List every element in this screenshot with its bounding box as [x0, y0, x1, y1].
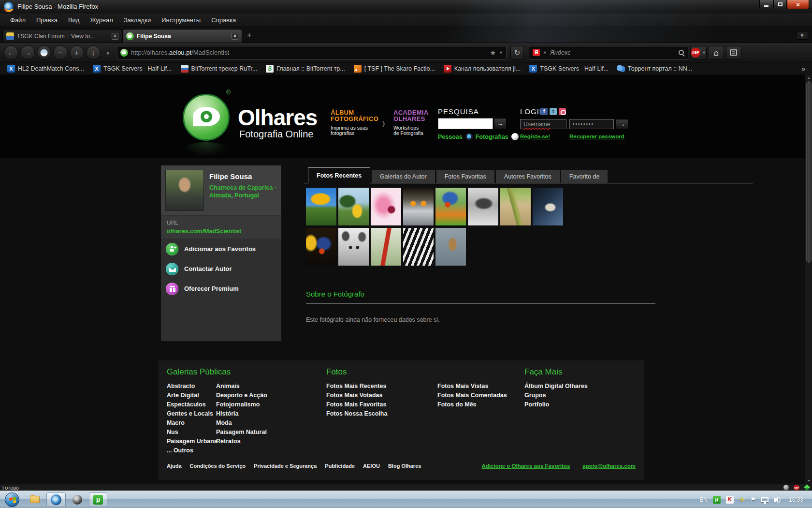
register-link[interactable]: Registe-se! [520, 134, 550, 139]
footer-link[interactable]: Retratos [216, 437, 267, 446]
photo-thumbnail[interactable] [338, 188, 369, 225]
radio-pessoas[interactable] [465, 133, 473, 140]
footer-legal-link[interactable]: AEIOU [363, 463, 380, 469]
browser-tab-filipe-sousa[interactable]: Filipe Sousa × [122, 29, 242, 43]
footer-link[interactable]: Paisagem Urbana [167, 437, 218, 446]
photo-thumbnail[interactable] [435, 228, 466, 266]
site-search-input[interactable] [438, 118, 493, 129]
password-field[interactable]: •••••••• [569, 119, 614, 129]
username-field[interactable]: Username [520, 119, 566, 129]
address-bar[interactable]: http://olhares.aeiou.pt/MadScientist ★ ▼ [117, 46, 507, 60]
footer-link[interactable]: Fotos Mais Vistas [437, 382, 507, 391]
bookmark-item[interactable]: SГлавная :: BitTorrent тр... [261, 65, 349, 73]
photo-thumbnail[interactable] [435, 188, 466, 225]
footer-legal-link[interactable]: Ajuda [167, 463, 182, 469]
footer-link[interactable]: Portfolio [524, 400, 588, 409]
yandex-engine-icon[interactable]: Я [533, 49, 540, 56]
search-icon[interactable] [679, 50, 684, 56]
bookmark-item[interactable]: [ TSF ] The Skaro Factio... [349, 65, 439, 73]
photo-thumbnail[interactable] [306, 228, 336, 266]
tab-groups-button[interactable] [726, 46, 741, 60]
window-titlebar[interactable]: Filipe Sousa - Mozilla Firefox [0, 0, 812, 14]
footer-link[interactable]: Fotos Mais Votadas [326, 391, 387, 400]
adblock-plus-button[interactable]: ABP ▼ [690, 46, 707, 60]
search-submit-button[interactable]: → [494, 118, 507, 129]
addon-status-icon[interactable] [783, 485, 789, 490]
photo-thumbnail[interactable] [371, 228, 401, 266]
zoom-in-button[interactable]: + [70, 45, 84, 60]
bookmark-item[interactable]: Канал пользователя ji... [439, 65, 525, 73]
search-bar[interactable]: Я ▼ Яндекс [529, 46, 688, 60]
home-button[interactable]: ⌂ [709, 46, 724, 60]
footer-link[interactable]: Arte Digital [167, 391, 218, 400]
footer-legal-link[interactable]: Privacidade e Segurança [254, 463, 317, 469]
menu-edit[interactable]: Правка [31, 15, 63, 25]
search-placeholder[interactable]: Яндекс [550, 49, 676, 56]
footer-link[interactable]: Fotos do Mês [437, 400, 507, 409]
footer-link[interactable]: Nus [167, 428, 218, 437]
album-fotografico-promo[interactable]: ÁLBUMFOTOGRÁFICO Imprima as suasfotograf… [331, 109, 381, 136]
contact-author-button[interactable]: Contactar Autor [161, 259, 281, 278]
footer-link[interactable]: Paisagem Natural [216, 428, 267, 437]
support-email-link[interactable]: apoio@olhares.com [582, 463, 636, 469]
footer-link[interactable]: Fotos Mais Favoritas [326, 400, 387, 409]
footer-link[interactable]: Fotos Mais Comentadas [437, 391, 507, 400]
tab-fotos-favoritas[interactable]: Fotos Favoritas [436, 170, 494, 183]
page-scrollbar[interactable]: ▲ ▼ [805, 75, 812, 484]
footer-link[interactable]: Animais [216, 382, 267, 391]
orkut-login-icon[interactable] [559, 108, 566, 115]
volume-tray-icon[interactable] [774, 498, 776, 502]
footer-link[interactable]: Espectáculos [167, 400, 218, 409]
footer-link[interactable]: Abstracto [167, 382, 218, 391]
footer-legal-link[interactable]: Condições do Serviço [190, 463, 246, 469]
addon-misc-icon[interactable]: ♦ [102, 47, 113, 58]
photo-thumbnail[interactable] [306, 188, 336, 225]
footer-link[interactable]: Gentes e Locais [167, 409, 218, 418]
minimize-button[interactable] [759, 0, 773, 9]
scrollbar-thumb[interactable] [806, 81, 812, 263]
add-olhares-favorites-link[interactable]: Adicione o Olhares aos Favoritos [482, 463, 570, 469]
menu-bookmarks[interactable]: Закладки [118, 15, 156, 25]
academia-olhares-promo[interactable]: ACADEMIAOLHARES Workshopsde Fotografia [393, 109, 437, 136]
footer-link[interactable]: Fotojornalismo [216, 400, 267, 409]
photo-thumbnail[interactable] [468, 188, 498, 225]
tab-autores-favoritos[interactable]: Autores Favoritos [496, 170, 560, 183]
tab-fotos-recentes[interactable]: Fotos Recentes [308, 167, 370, 183]
menu-file[interactable]: Файл [5, 15, 31, 25]
site-brand[interactable]: Olhares [238, 105, 317, 131]
tab-close-icon[interactable]: × [232, 33, 238, 40]
bookmark-item[interactable]: XTSGK Servers - Half-Lif... [525, 65, 613, 73]
tab-galerias-do-autor[interactable]: Galerias do Autor [372, 170, 435, 183]
scroll-up-arrow[interactable]: ▲ [805, 75, 812, 81]
footer-link[interactable]: Macro [167, 418, 218, 428]
photo-thumbnail[interactable] [403, 228, 434, 266]
photo-thumbnail[interactable] [533, 188, 563, 225]
photo-thumbnail[interactable] [371, 188, 401, 225]
urlbar-dropdown-icon[interactable]: ▼ [499, 50, 503, 55]
browser-tab-tsgk[interactable]: TSGK Clan Forum :: View to... × [2, 29, 122, 43]
profile-url-link[interactable]: olhares.com/MadScientist [167, 228, 241, 235]
close-button[interactable]: × [787, 0, 809, 9]
tab-favorito-de[interactable]: Favorito de [561, 170, 608, 183]
menu-history[interactable]: Журнал [85, 15, 118, 25]
footer-link[interactable]: História [216, 409, 267, 418]
bookmarks-overflow-button[interactable]: » [798, 65, 809, 73]
footer-link[interactable]: ... Outros [167, 446, 218, 455]
bookmark-item[interactable]: XHL2 DeathMatch Cons... [3, 65, 88, 73]
login-submit-button[interactable]: → [616, 119, 628, 129]
footer-link[interactable]: Álbum Digital Olhares [524, 382, 588, 391]
forward-button[interactable]: → [20, 45, 35, 60]
footer-legal-link[interactable]: Publicidade [325, 463, 355, 469]
menu-tools[interactable]: Инструменты [156, 15, 206, 25]
reload-button[interactable]: ↻ [510, 46, 524, 60]
menu-help[interactable]: Справка [206, 15, 241, 25]
photo-thumbnail[interactable] [403, 188, 434, 225]
author-avatar[interactable] [165, 170, 204, 211]
menu-view[interactable]: Вид [63, 15, 85, 25]
list-all-tabs-button[interactable]: ▼ [796, 31, 808, 40]
footer-link[interactable]: Fotos Nossa Escolha [326, 409, 387, 418]
bookmark-item[interactable]: BitTorrent трекер RuTr... [176, 65, 262, 73]
tab-close-icon[interactable]: × [112, 33, 118, 40]
radio-fotografias[interactable] [511, 133, 519, 140]
addon-screenshot-button[interactable] [37, 45, 51, 60]
